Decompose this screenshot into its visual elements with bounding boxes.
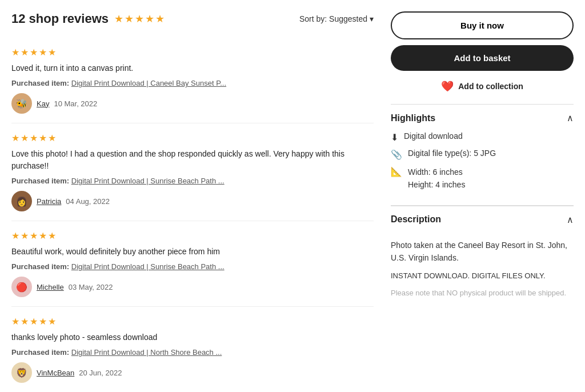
ruler-icon: 📐 [391, 166, 402, 177]
star-2: ★ [125, 13, 134, 25]
review-star-3-2: ★ [30, 230, 38, 241]
right-panel: Buy it now Add to basket ❤️ Add to colle… [391, 11, 574, 392]
add-to-collection[interactable]: ❤️ Add to collection [391, 80, 574, 93]
purchased-link-1[interactable]: Digital Print Download | Caneel Bay Suns… [71, 79, 226, 87]
review-stars-1: ★★★★★ [11, 47, 374, 58]
review-star-2-3: ★ [39, 133, 47, 143]
description-line-1: Photo taken at the Caneel Bay Resort in … [391, 239, 574, 265]
file-icon: 📎 [391, 149, 402, 160]
reviews-title: 12 shop reviews [11, 11, 109, 26]
buy-now-button[interactable]: Buy it now [391, 11, 574, 39]
description-section-header[interactable]: Description ∧ [391, 206, 574, 233]
reviews-title-group: 12 shop reviews ★ ★ ★ ★ ★ [11, 11, 165, 26]
purchased-label-1: Purchased item: [11, 79, 69, 87]
sort-chevron: ▾ [370, 14, 374, 23]
download-icon: ⬇ [391, 132, 398, 143]
review-star-4-1: ★ [21, 316, 29, 327]
review-item-3: ★★★★★Beautiful work, would definitely bu… [11, 221, 374, 307]
review-star-1-2: ★ [30, 47, 38, 58]
purchased-item-2: Purchased item: Digital Print Download |… [11, 177, 374, 185]
reviewer-date-4: 20 Jun, 2022 [79, 369, 122, 377]
highlight-file-type-text: Digital file type(s): 5 JPG [408, 149, 496, 158]
description-title: Description [391, 214, 441, 225]
height-text: Height: 4 inches [408, 178, 465, 191]
purchased-link-2[interactable]: Digital Print Download | Sunrise Beach P… [71, 177, 225, 185]
review-text-2: Love this photo! I had a question and th… [11, 148, 374, 172]
review-star-1-4: ★ [48, 47, 56, 58]
review-star-3-4: ★ [48, 230, 56, 241]
review-star-1-1: ★ [21, 47, 29, 58]
highlights-title: Highlights [391, 113, 435, 123]
review-list: ★★★★★Loved it, turn it into a canvas pri… [11, 38, 374, 392]
description-chevron: ∧ [567, 214, 574, 225]
review-text-1: Loved it, turn it into a canvas print. [11, 62, 374, 74]
highlight-dimensions-text: Width: 6 inches Height: 4 inches [408, 166, 465, 191]
reviewer-date-3: 03 May, 2022 [69, 283, 113, 291]
purchased-link-4[interactable]: Digital Print Download | North Shore Bea… [71, 348, 222, 357]
description-section: Description ∧ Photo taken at the Caneel … [391, 205, 574, 313]
highlights-list: ⬇ Digital download 📎 Digital file type(s… [391, 131, 574, 205]
review-star-3-0: ★ [11, 230, 19, 241]
review-item-1: ★★★★★Loved it, turn it into a canvas pri… [11, 38, 374, 123]
star-3: ★ [135, 13, 144, 25]
width-text: Width: 6 inches [408, 166, 465, 178]
purchased-label-2: Purchased item: [11, 177, 69, 185]
review-stars-3: ★★★★★ [11, 230, 374, 241]
review-text-3: Beautiful work, would definitely buy ano… [11, 246, 374, 258]
add-to-basket-button[interactable]: Add to basket [391, 45, 574, 71]
review-star-4-4: ★ [48, 316, 56, 327]
review-star-1-3: ★ [39, 47, 47, 58]
purchased-item-3: Purchased item: Digital Print Download |… [11, 262, 374, 271]
reviewer-name-1[interactable]: Kay [37, 99, 49, 108]
review-text-4: thanks lovely photo - seamless download [11, 331, 374, 343]
star-1: ★ [114, 13, 123, 25]
review-star-1-0: ★ [11, 47, 19, 58]
avatar-2: 👩 [11, 191, 32, 211]
reviewer-4: 🦁VinMcBean20 Jun, 2022 [11, 362, 374, 383]
highlight-file-type: 📎 Digital file type(s): 5 JPG [391, 149, 574, 160]
description-body: Photo taken at the Caneel Bay Resort in … [391, 233, 574, 313]
purchased-label-4: Purchased item: [11, 348, 69, 357]
reviewer-3: 🔴Michelle03 May, 2022 [11, 277, 374, 297]
highlights-chevron: ∧ [567, 113, 574, 123]
reviewer-date-1: 10 Mar, 2022 [54, 99, 97, 108]
review-stars-4: ★★★★★ [11, 316, 374, 327]
review-star-3-3: ★ [39, 230, 47, 241]
sort-label: Sort by: Suggested [299, 14, 367, 23]
highlight-dimensions: 📐 Width: 6 inches Height: 4 inches [391, 166, 574, 191]
reviewer-name-3[interactable]: Michelle [37, 283, 64, 291]
highlight-digital-download: ⬇ Digital download [391, 131, 574, 143]
description-line-3: Please note that NO physical product wil… [391, 287, 574, 299]
reviewer-name-4[interactable]: VinMcBean [37, 369, 74, 377]
highlight-digital-download-text: Digital download [404, 131, 463, 141]
purchased-label-3: Purchased item: [11, 262, 69, 271]
review-star-4-0: ★ [11, 316, 19, 327]
purchased-item-1: Purchased item: Digital Print Download |… [11, 79, 374, 87]
highlights-section-header[interactable]: Highlights ∧ [391, 104, 574, 131]
review-item-2: ★★★★★Love this photo! I had a question a… [11, 123, 374, 221]
description-line-2: INSTANT DOWNLOAD. DIGITAL FILES ONLY. [391, 270, 574, 282]
reviews-header: 12 shop reviews ★ ★ ★ ★ ★ Sort by: Sugge… [11, 11, 374, 26]
reviews-panel: 12 shop reviews ★ ★ ★ ★ ★ Sort by: Sugge… [11, 11, 374, 392]
review-star-2-1: ★ [21, 133, 29, 143]
review-star-4-3: ★ [39, 316, 47, 327]
reviewer-1: 🐝Kay10 Mar, 2022 [11, 93, 374, 114]
purchased-item-4: Purchased item: Digital Print Download |… [11, 348, 374, 357]
sort-control[interactable]: Sort by: Suggested ▾ [299, 14, 374, 23]
reviewer-date-2: 04 Aug, 2022 [66, 197, 110, 206]
review-star-3-1: ★ [21, 230, 29, 241]
review-star-2-4: ★ [48, 133, 56, 143]
avatar-3: 🔴 [11, 277, 32, 297]
reviewer-name-2[interactable]: Patricia [37, 197, 61, 206]
review-stars-2: ★★★★★ [11, 133, 374, 143]
review-star-4-2: ★ [30, 316, 38, 327]
avatar-4: 🦁 [11, 362, 32, 383]
star-4: ★ [145, 13, 154, 25]
heart-icon: ❤️ [441, 80, 454, 93]
purchased-link-3[interactable]: Digital Print Download | Sunrise Beach P… [71, 262, 225, 271]
review-star-2-2: ★ [30, 133, 38, 143]
reviews-stars: ★ ★ ★ ★ ★ [114, 13, 165, 25]
review-item-4: ★★★★★thanks lovely photo - seamless down… [11, 307, 374, 392]
avatar-1: 🐝 [11, 93, 32, 114]
add-collection-label: Add to collection [458, 82, 523, 91]
